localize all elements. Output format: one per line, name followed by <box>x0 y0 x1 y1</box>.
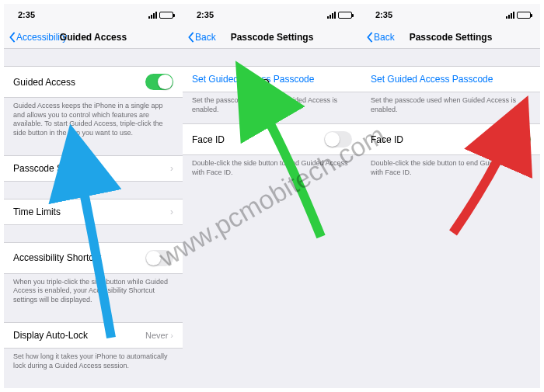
status-right <box>506 12 531 19</box>
faceid-row[interactable]: Face ID <box>183 123 361 155</box>
shortcut-footer: When you triple-click the side button wh… <box>4 274 183 305</box>
chevron-left-icon <box>187 32 195 43</box>
row-label: Guided Access <box>13 77 75 88</box>
chevron-right-icon: › <box>170 163 173 174</box>
status-bar: 2:35 <box>183 4 361 26</box>
display-autolock-row[interactable]: Display Auto-Lock Never › <box>4 322 183 349</box>
back-label: Back <box>195 32 216 43</box>
set-passcode-footer: Set the passcode used when Guided Access… <box>183 92 361 114</box>
row-label: Time Limits <box>13 206 61 217</box>
autolock-value: Never <box>145 331 168 340</box>
status-time: 2:35 <box>197 10 214 19</box>
faceid-row[interactable]: Face ID <box>361 123 540 155</box>
screen-passcode-settings-on: 2:35 Back Passcode Settings Set Guided A… <box>361 4 540 388</box>
screen-guided-access: 2:35 Accessibility Guided Access Guided … <box>4 4 183 388</box>
row-label: Face ID <box>371 134 403 145</box>
guided-access-toggle[interactable] <box>145 74 173 90</box>
shortcut-toggle[interactable] <box>145 250 173 266</box>
row-detail: Never › <box>145 331 173 340</box>
faceid-footer: Double-click the side button to end Guid… <box>183 155 361 177</box>
chevron-left-icon <box>9 32 16 43</box>
back-label: Accessibility <box>16 32 67 43</box>
battery-icon <box>338 12 352 19</box>
nav-bar: Back Passcode Settings <box>361 26 540 49</box>
row-label: Face ID <box>192 134 225 145</box>
status-bar: 2:35 <box>4 4 183 26</box>
annotation-num-9: 9 <box>78 146 85 160</box>
row-label: Display Auto-Lock <box>13 330 88 341</box>
back-button[interactable]: Back <box>187 32 216 43</box>
back-button[interactable]: Back <box>366 32 395 43</box>
status-time: 2:35 <box>375 10 392 19</box>
faceid-toggle[interactable] <box>324 131 352 147</box>
row-label: Accessibility Shortcut <box>13 252 101 263</box>
back-button[interactable]: Accessibility <box>9 32 67 43</box>
screen-passcode-settings-off: 2:35 Back Passcode Settings Set Guided A… <box>183 4 361 388</box>
status-time: 2:35 <box>18 10 35 19</box>
back-label: Back <box>374 32 395 43</box>
ga-footer: Guided Access keeps the iPhone in a sing… <box>4 98 183 138</box>
row-label: Passcode Settings <box>13 163 90 174</box>
chevron-left-icon <box>366 32 374 43</box>
signal-icon <box>506 12 514 19</box>
time-limits-row[interactable]: Time Limits › <box>4 199 183 225</box>
passcode-settings-row[interactable]: Passcode Settings › <box>4 155 183 182</box>
status-bar: 2:35 <box>361 4 540 26</box>
row-label: Set Guided Access Passcode <box>371 74 493 85</box>
annotation-num-10: 10 <box>255 78 269 92</box>
battery-icon <box>517 12 531 19</box>
signal-icon <box>327 12 336 19</box>
faceid-toggle[interactable] <box>503 131 531 147</box>
chevron-right-icon: › <box>170 206 173 217</box>
status-right <box>327 12 352 19</box>
nav-bar: Accessibility Guided Access <box>4 26 183 49</box>
autolock-footer: Set how long it takes your iPhone to aut… <box>4 349 183 370</box>
accessibility-shortcut-row[interactable]: Accessibility Shortcut <box>4 242 183 274</box>
signal-icon <box>148 12 157 19</box>
row-label: Set Guided Access Passcode <box>192 74 314 85</box>
chevron-right-icon: › <box>170 331 173 340</box>
faceid-footer: Double-click the side button to end Guid… <box>361 155 540 177</box>
guided-access-row[interactable]: Guided Access <box>4 66 183 98</box>
battery-icon <box>159 12 173 19</box>
status-right <box>148 12 173 19</box>
nav-bar: Back Passcode Settings <box>183 26 361 49</box>
set-passcode-row[interactable]: Set Guided Access Passcode <box>183 66 361 92</box>
set-passcode-row[interactable]: Set Guided Access Passcode <box>361 66 540 92</box>
annotation-num-11: 11 <box>507 111 521 125</box>
